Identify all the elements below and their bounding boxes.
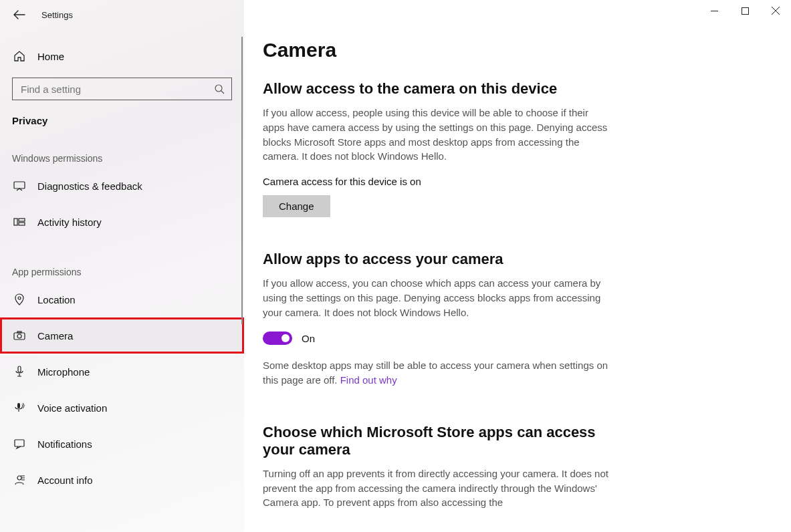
svg-point-8 bbox=[17, 334, 21, 338]
nav-location[interactable]: Location bbox=[0, 281, 244, 317]
camera-icon bbox=[13, 329, 27, 342]
section-app-permissions: App permissions bbox=[0, 240, 244, 281]
notifications-icon bbox=[13, 438, 27, 450]
app-title: Settings bbox=[41, 10, 73, 20]
nav-label: Activity history bbox=[37, 217, 102, 228]
sidebar-scrollbar[interactable] bbox=[241, 37, 243, 324]
choose-apps-heading: Choose which Microsoft Store apps can ac… bbox=[263, 424, 610, 458]
nav-home-label: Home bbox=[37, 51, 64, 62]
toggle-knob bbox=[281, 334, 290, 342]
nav-activity-history[interactable]: Activity history bbox=[0, 204, 244, 240]
svg-rect-2 bbox=[14, 182, 25, 188]
app-access-heading: Allow apps to access your camera bbox=[263, 251, 764, 268]
change-button[interactable]: Change bbox=[263, 195, 330, 217]
svg-point-13 bbox=[17, 476, 21, 480]
minimize-button[interactable] bbox=[699, 0, 729, 21]
account-icon bbox=[13, 474, 27, 486]
nav-label: Voice activation bbox=[37, 402, 107, 414]
svg-rect-3 bbox=[14, 219, 17, 225]
location-icon bbox=[13, 293, 27, 305]
nav-label: Diagnostics & feedback bbox=[37, 180, 142, 192]
nav-label: Camera bbox=[37, 330, 73, 342]
device-access-body: If you allow access, people using this d… bbox=[263, 106, 610, 164]
title-bar: Settings bbox=[0, 0, 244, 29]
maximize-icon bbox=[742, 7, 749, 15]
nav-label: Microphone bbox=[37, 366, 90, 378]
search-input[interactable] bbox=[19, 83, 214, 96]
device-access-status: Camera access for this device is on bbox=[263, 176, 764, 187]
voice-icon bbox=[13, 402, 27, 414]
svg-rect-12 bbox=[15, 440, 24, 446]
svg-rect-18 bbox=[742, 7, 748, 14]
svg-rect-5 bbox=[19, 223, 25, 225]
nav-microphone[interactable]: Microphone bbox=[0, 354, 244, 390]
find-out-why-link[interactable]: Find out why bbox=[340, 374, 397, 386]
svg-point-6 bbox=[18, 297, 21, 299]
microphone-icon bbox=[13, 366, 27, 378]
svg-point-0 bbox=[215, 85, 222, 92]
svg-rect-9 bbox=[17, 331, 21, 333]
window-controls bbox=[699, 0, 791, 21]
nav-label: Account info bbox=[37, 475, 93, 486]
choose-apps-body: Turning off an app prevents it from dire… bbox=[263, 467, 610, 510]
desktop-apps-note: Some desktop apps may still be able to a… bbox=[263, 358, 610, 388]
svg-rect-11 bbox=[17, 403, 20, 408]
back-button[interactable] bbox=[13, 10, 25, 19]
search-container bbox=[0, 70, 244, 100]
note-text: Some desktop apps may still be able to a… bbox=[263, 360, 608, 386]
svg-line-1 bbox=[221, 91, 224, 94]
home-icon bbox=[13, 50, 27, 62]
nav-diagnostics-feedback[interactable]: Diagnostics & feedback bbox=[0, 168, 244, 204]
nav-home[interactable]: Home bbox=[0, 43, 244, 70]
device-access-heading: Allow access to the camera on this devic… bbox=[263, 80, 764, 98]
app-access-body: If you allow access, you can choose whic… bbox=[263, 276, 610, 319]
toggle-state-label: On bbox=[302, 333, 315, 344]
page-title: Camera bbox=[263, 39, 764, 61]
sidebar: Settings Home Privacy Windows permission… bbox=[0, 0, 244, 532]
nav-label: Location bbox=[37, 294, 76, 305]
close-button[interactable] bbox=[760, 0, 791, 21]
nav-voice-activation[interactable]: Voice activation bbox=[0, 390, 244, 426]
svg-rect-10 bbox=[18, 366, 21, 372]
feedback-icon bbox=[13, 180, 27, 192]
main-content: Camera Allow access to the camera on thi… bbox=[244, 0, 791, 532]
nav-notifications[interactable]: Notifications bbox=[0, 426, 244, 462]
nav-account-info[interactable]: Account info bbox=[0, 462, 244, 498]
nav-camera[interactable]: Camera bbox=[0, 317, 244, 354]
search-icon bbox=[214, 84, 225, 94]
category-privacy: Privacy bbox=[0, 100, 244, 126]
app-access-toggle-row: On bbox=[263, 331, 764, 345]
section-windows-permissions: Windows permissions bbox=[0, 126, 244, 168]
close-icon bbox=[772, 7, 780, 15]
app-access-toggle[interactable] bbox=[263, 331, 292, 345]
history-icon bbox=[13, 216, 27, 228]
arrow-left-icon bbox=[13, 10, 25, 19]
search-box[interactable] bbox=[12, 78, 232, 100]
svg-rect-4 bbox=[19, 219, 25, 221]
maximize-button[interactable] bbox=[729, 0, 760, 21]
nav-label: Notifications bbox=[37, 438, 92, 450]
minimize-icon bbox=[711, 7, 718, 15]
